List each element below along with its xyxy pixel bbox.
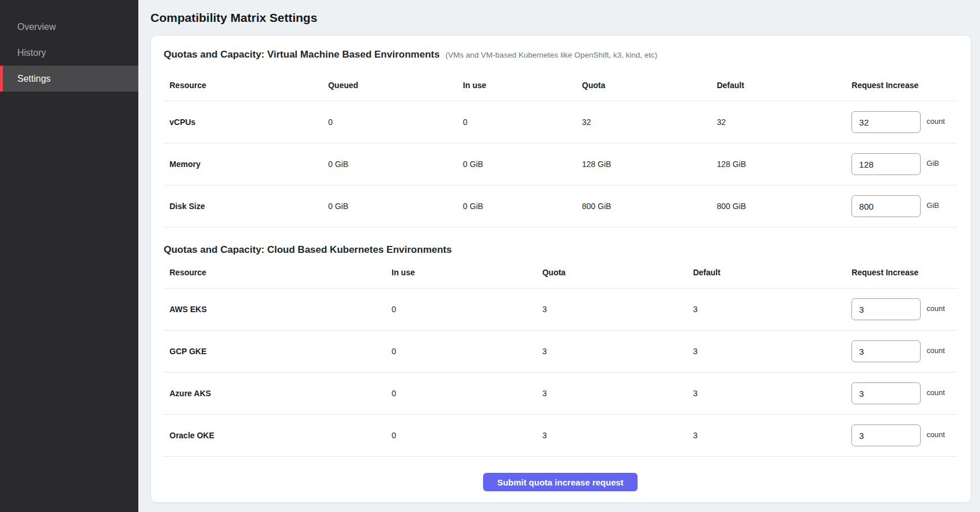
default-value: 3	[687, 373, 846, 415]
sidebar-item-label: Settings	[17, 74, 51, 84]
column-header-default: Default	[687, 260, 846, 289]
column-header-request-increase: Request Increase	[846, 260, 957, 289]
submit-quota-button[interactable]: Submit quota increase request	[483, 473, 637, 491]
sidebar-item-label: Overview	[17, 22, 56, 32]
resource-name: Azure AKS	[164, 373, 386, 415]
column-header-in-use: In use	[386, 260, 536, 289]
queued-value: 0 GiB	[322, 143, 457, 185]
column-header-request-increase: Request Increase	[846, 73, 957, 101]
default-value: 128 GiB	[711, 143, 846, 185]
request-increase-input[interactable]	[851, 340, 921, 362]
column-header-in-use: In use	[457, 73, 576, 101]
vm-section-note: (VMs and VM-based Kubernetes like OpenSh…	[446, 51, 658, 59]
quota-value: 800 GiB	[576, 185, 711, 227]
page-title: Compatibility Matrix Settings	[150, 10, 971, 25]
in-use-value: 0 GiB	[457, 143, 576, 185]
resource-name: Disk Size	[164, 185, 322, 227]
request-increase-cell: GiB	[846, 143, 957, 185]
in-use-value: 0	[386, 289, 536, 331]
request-increase-cell: count	[846, 101, 957, 143]
request-increase-cell: count	[846, 331, 957, 373]
quota-value: 3	[537, 331, 687, 373]
table-row: vCPUs003232count	[164, 101, 957, 143]
submit-row: Submit quota increase request	[164, 473, 957, 491]
quota-value: 3	[537, 373, 687, 415]
unit-label: count	[926, 388, 945, 397]
unit-label: count	[926, 346, 945, 355]
sidebar-item-label: History	[17, 48, 46, 58]
vm-section-header: Quotas and Capacity: Virtual Machine Bas…	[164, 48, 957, 61]
settings-card: Quotas and Capacity: Virtual Machine Bas…	[150, 35, 971, 503]
request-increase-input[interactable]	[851, 111, 921, 133]
resource-name: AWS EKS	[164, 289, 386, 331]
unit-label: count	[926, 430, 945, 439]
request-increase-input[interactable]	[851, 424, 921, 446]
table-row: Memory0 GiB0 GiB128 GiB128 GiBGiB	[164, 143, 957, 185]
unit-label: GiB	[926, 201, 939, 210]
table-row: Oracle OKE033count	[164, 415, 957, 457]
table-row: GCP GKE033count	[164, 331, 957, 373]
vm-section-title: Quotas and Capacity: Virtual Machine Bas…	[164, 48, 440, 61]
request-increase-cell: count	[846, 373, 957, 415]
default-value: 3	[687, 331, 846, 373]
sidebar-item-history[interactable]: History	[0, 40, 138, 66]
cloud-table-header: ResourceIn useQuotaDefaultRequest Increa…	[164, 260, 957, 289]
main-content: Compatibility Matrix Settings Quotas and…	[138, 0, 980, 503]
table-row: AWS EKS033count	[164, 289, 957, 331]
request-increase-input[interactable]	[851, 153, 921, 175]
request-increase-input[interactable]	[851, 298, 921, 320]
sidebar-item-settings[interactable]: Settings	[0, 66, 138, 92]
vm-table-header: ResourceQueuedIn useQuotaDefaultRequest …	[164, 73, 957, 101]
quota-value: 32	[576, 101, 711, 143]
column-header-default: Default	[711, 73, 846, 101]
request-increase-cell: count	[846, 289, 957, 331]
unit-label: count	[926, 117, 945, 126]
resource-name: Memory	[164, 143, 322, 185]
queued-value: 0 GiB	[322, 185, 457, 227]
quota-value: 3	[537, 289, 687, 331]
unit-label: count	[926, 304, 945, 313]
cloud-section-title: Quotas and Capacity: Cloud Based Kuberne…	[164, 244, 452, 256]
in-use-value: 0	[386, 331, 536, 373]
unit-label: GiB	[926, 159, 939, 168]
table-row: Disk Size0 GiB0 GiB800 GiB800 GiBGiB	[164, 185, 957, 227]
column-header-resource: Resource	[164, 73, 322, 101]
sidebar: Overview History Settings	[0, 0, 138, 512]
column-header-quota: Quota	[537, 260, 687, 289]
default-value: 3	[687, 415, 846, 457]
in-use-value: 0	[386, 373, 536, 415]
column-header-queued: Queued	[322, 73, 457, 101]
sidebar-item-overview[interactable]: Overview	[0, 14, 138, 40]
quota-value: 3	[537, 415, 687, 457]
queued-value: 0	[322, 101, 457, 143]
column-header-resource: Resource	[164, 260, 386, 289]
in-use-value: 0	[457, 101, 576, 143]
resource-name: GCP GKE	[164, 331, 386, 373]
quota-value: 128 GiB	[576, 143, 711, 185]
default-value: 3	[687, 289, 846, 331]
column-header-quota: Quota	[576, 73, 711, 101]
cloud-section-header: Quotas and Capacity: Cloud Based Kuberne…	[164, 244, 957, 256]
cloud-quota-table: ResourceIn useQuotaDefaultRequest Increa…	[164, 260, 957, 457]
table-row: Azure AKS033count	[164, 373, 957, 415]
active-indicator	[0, 66, 3, 92]
in-use-value: 0 GiB	[457, 185, 576, 227]
request-increase-cell: count	[846, 415, 957, 457]
request-increase-cell: GiB	[846, 185, 957, 227]
request-increase-input[interactable]	[851, 195, 921, 217]
default-value: 800 GiB	[711, 185, 846, 227]
vm-quota-table: ResourceQueuedIn useQuotaDefaultRequest …	[164, 73, 957, 227]
resource-name: vCPUs	[164, 101, 322, 143]
resource-name: Oracle OKE	[164, 415, 386, 457]
default-value: 32	[711, 101, 846, 143]
in-use-value: 0	[386, 415, 536, 457]
request-increase-input[interactable]	[851, 382, 921, 404]
